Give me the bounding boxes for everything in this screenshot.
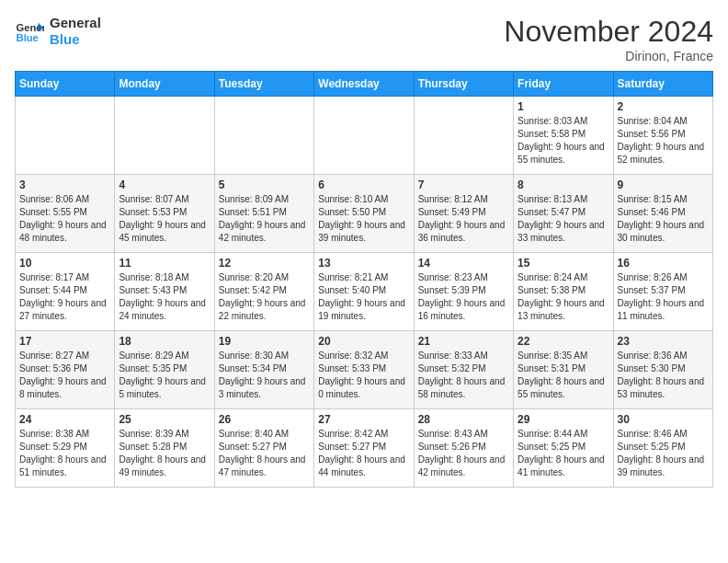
day-cell: 4Sunrise: 8:07 AM Sunset: 5:53 PM Daylig… xyxy=(115,175,214,253)
day-cell: 25Sunrise: 8:39 AM Sunset: 5:28 PM Dayli… xyxy=(115,409,214,488)
day-number: 20 xyxy=(318,335,409,348)
day-number: 21 xyxy=(418,335,509,348)
day-info: Sunrise: 8:30 AM Sunset: 5:34 PM Dayligh… xyxy=(219,350,310,401)
day-cell: 12Sunrise: 8:20 AM Sunset: 5:42 PM Dayli… xyxy=(214,253,313,331)
day-number: 9 xyxy=(618,178,709,191)
day-number: 16 xyxy=(618,257,709,270)
day-info: Sunrise: 8:23 AM Sunset: 5:39 PM Dayligh… xyxy=(418,271,509,323)
col-header-tuesday: Tuesday xyxy=(214,72,313,97)
day-info: Sunrise: 8:35 AM Sunset: 5:31 PM Dayligh… xyxy=(518,350,609,401)
day-cell: 27Sunrise: 8:42 AM Sunset: 5:27 PM Dayli… xyxy=(314,409,414,488)
day-number: 19 xyxy=(219,335,310,348)
day-info: Sunrise: 8:18 AM Sunset: 5:43 PM Dayligh… xyxy=(119,271,210,323)
day-info: Sunrise: 8:29 AM Sunset: 5:35 PM Dayligh… xyxy=(119,350,210,401)
day-cell xyxy=(314,97,414,175)
logo: General Blue General Blue xyxy=(15,15,101,48)
day-cell: 18Sunrise: 8:29 AM Sunset: 5:35 PM Dayli… xyxy=(115,331,214,409)
week-row-1: 1Sunrise: 8:03 AM Sunset: 5:58 PM Daylig… xyxy=(16,97,713,175)
day-number: 11 xyxy=(119,257,210,270)
day-info: Sunrise: 8:40 AM Sunset: 5:27 PM Dayligh… xyxy=(219,428,310,479)
day-cell: 28Sunrise: 8:43 AM Sunset: 5:26 PM Dayli… xyxy=(414,409,513,488)
day-number: 4 xyxy=(119,178,210,191)
day-cell: 16Sunrise: 8:26 AM Sunset: 5:37 PM Dayli… xyxy=(613,253,712,331)
col-header-thursday: Thursday xyxy=(414,72,513,97)
logo-general: General xyxy=(50,15,101,31)
day-cell: 14Sunrise: 8:23 AM Sunset: 5:39 PM Dayli… xyxy=(414,253,513,331)
day-cell xyxy=(16,97,115,175)
day-cell: 5Sunrise: 8:09 AM Sunset: 5:51 PM Daylig… xyxy=(214,175,313,253)
svg-text:Blue: Blue xyxy=(17,32,39,43)
day-info: Sunrise: 8:32 AM Sunset: 5:33 PM Dayligh… xyxy=(318,350,409,401)
day-number: 6 xyxy=(318,178,409,191)
day-number: 18 xyxy=(119,335,210,348)
day-info: Sunrise: 8:20 AM Sunset: 5:42 PM Dayligh… xyxy=(219,271,310,323)
day-cell: 13Sunrise: 8:21 AM Sunset: 5:40 PM Dayli… xyxy=(314,253,414,331)
day-cell: 9Sunrise: 8:15 AM Sunset: 5:46 PM Daylig… xyxy=(613,175,712,253)
col-header-wednesday: Wednesday xyxy=(314,72,414,97)
day-number: 12 xyxy=(219,257,310,270)
day-number: 30 xyxy=(618,413,709,426)
calendar-header-row: SundayMondayTuesdayWednesdayThursdayFrid… xyxy=(16,72,713,97)
day-number: 13 xyxy=(318,257,409,270)
day-number: 8 xyxy=(518,178,609,191)
day-cell: 26Sunrise: 8:40 AM Sunset: 5:27 PM Dayli… xyxy=(214,409,313,488)
day-cell: 20Sunrise: 8:32 AM Sunset: 5:33 PM Dayli… xyxy=(314,331,414,409)
day-cell: 23Sunrise: 8:36 AM Sunset: 5:30 PM Dayli… xyxy=(613,331,712,409)
logo-icon: General Blue xyxy=(15,17,44,46)
day-info: Sunrise: 8:36 AM Sunset: 5:30 PM Dayligh… xyxy=(618,350,709,401)
day-cell: 3Sunrise: 8:06 AM Sunset: 5:55 PM Daylig… xyxy=(16,175,115,253)
day-number: 28 xyxy=(418,413,509,426)
day-info: Sunrise: 8:06 AM Sunset: 5:55 PM Dayligh… xyxy=(19,193,110,245)
day-number: 23 xyxy=(618,335,709,348)
day-number: 17 xyxy=(19,335,110,348)
logo-blue: Blue xyxy=(50,31,101,48)
day-number: 22 xyxy=(518,335,609,348)
day-info: Sunrise: 8:46 AM Sunset: 5:25 PM Dayligh… xyxy=(618,428,709,479)
day-info: Sunrise: 8:10 AM Sunset: 5:50 PM Dayligh… xyxy=(318,193,409,245)
day-number: 7 xyxy=(418,178,509,191)
day-info: Sunrise: 8:43 AM Sunset: 5:26 PM Dayligh… xyxy=(418,428,509,479)
day-cell: 1Sunrise: 8:03 AM Sunset: 5:58 PM Daylig… xyxy=(514,97,613,175)
day-cell: 8Sunrise: 8:13 AM Sunset: 5:47 PM Daylig… xyxy=(514,175,613,253)
day-info: Sunrise: 8:38 AM Sunset: 5:29 PM Dayligh… xyxy=(19,428,110,479)
day-number: 29 xyxy=(518,413,609,426)
day-info: Sunrise: 8:04 AM Sunset: 5:56 PM Dayligh… xyxy=(618,115,709,167)
day-info: Sunrise: 8:12 AM Sunset: 5:49 PM Dayligh… xyxy=(418,193,509,245)
day-cell: 11Sunrise: 8:18 AM Sunset: 5:43 PM Dayli… xyxy=(115,253,214,331)
day-info: Sunrise: 8:15 AM Sunset: 5:46 PM Dayligh… xyxy=(618,193,709,245)
day-number: 2 xyxy=(618,100,709,113)
day-info: Sunrise: 8:09 AM Sunset: 5:51 PM Dayligh… xyxy=(219,193,310,245)
col-header-monday: Monday xyxy=(115,72,214,97)
day-number: 14 xyxy=(418,257,509,270)
day-cell: 17Sunrise: 8:27 AM Sunset: 5:36 PM Dayli… xyxy=(16,331,115,409)
day-info: Sunrise: 8:26 AM Sunset: 5:37 PM Dayligh… xyxy=(618,271,709,323)
week-row-5: 24Sunrise: 8:38 AM Sunset: 5:29 PM Dayli… xyxy=(16,409,713,488)
day-cell: 22Sunrise: 8:35 AM Sunset: 5:31 PM Dayli… xyxy=(514,331,613,409)
col-header-friday: Friday xyxy=(514,72,613,97)
day-cell: 21Sunrise: 8:33 AM Sunset: 5:32 PM Dayli… xyxy=(414,331,513,409)
day-cell: 6Sunrise: 8:10 AM Sunset: 5:50 PM Daylig… xyxy=(314,175,414,253)
week-row-3: 10Sunrise: 8:17 AM Sunset: 5:44 PM Dayli… xyxy=(16,253,713,331)
day-cell: 2Sunrise: 8:04 AM Sunset: 5:56 PM Daylig… xyxy=(613,97,712,175)
day-cell: 24Sunrise: 8:38 AM Sunset: 5:29 PM Dayli… xyxy=(16,409,115,488)
calendar-table: SundayMondayTuesdayWednesdayThursdayFrid… xyxy=(15,71,713,488)
day-info: Sunrise: 8:33 AM Sunset: 5:32 PM Dayligh… xyxy=(418,350,509,401)
day-number: 3 xyxy=(19,178,110,191)
day-info: Sunrise: 8:44 AM Sunset: 5:25 PM Dayligh… xyxy=(518,428,609,479)
day-info: Sunrise: 8:07 AM Sunset: 5:53 PM Dayligh… xyxy=(119,193,210,245)
day-cell: 30Sunrise: 8:46 AM Sunset: 5:25 PM Dayli… xyxy=(613,409,712,488)
day-number: 25 xyxy=(119,413,210,426)
location: Dirinon, France xyxy=(504,49,713,63)
col-header-sunday: Sunday xyxy=(16,72,115,97)
month-title: November 2024 xyxy=(504,15,713,49)
day-number: 27 xyxy=(318,413,409,426)
day-info: Sunrise: 8:24 AM Sunset: 5:38 PM Dayligh… xyxy=(518,271,609,323)
day-info: Sunrise: 8:03 AM Sunset: 5:58 PM Dayligh… xyxy=(518,115,609,167)
day-cell: 19Sunrise: 8:30 AM Sunset: 5:34 PM Dayli… xyxy=(214,331,313,409)
day-number: 1 xyxy=(518,100,609,113)
day-number: 10 xyxy=(19,257,110,270)
col-header-saturday: Saturday xyxy=(613,72,712,97)
day-info: Sunrise: 8:13 AM Sunset: 5:47 PM Dayligh… xyxy=(518,193,609,245)
title-area: November 2024 Dirinon, France xyxy=(504,15,713,63)
day-info: Sunrise: 8:21 AM Sunset: 5:40 PM Dayligh… xyxy=(318,271,409,323)
